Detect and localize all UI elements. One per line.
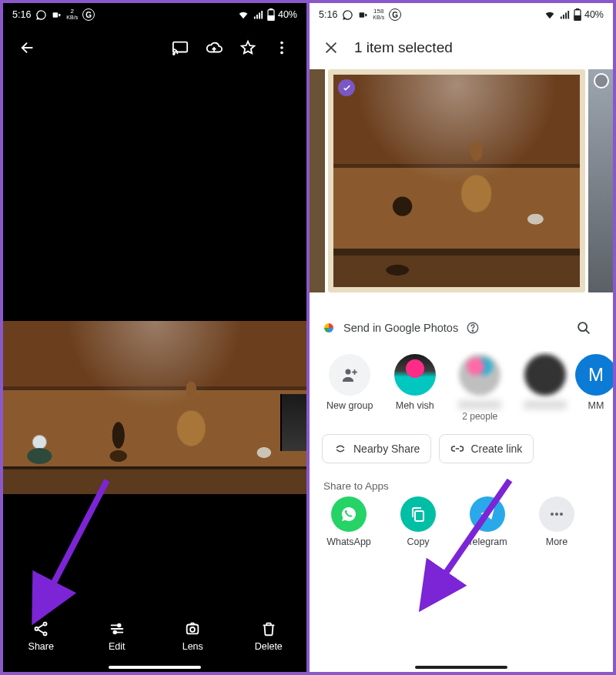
svg-point-14 (113, 630, 116, 633)
lens-button[interactable]: Lens (164, 620, 221, 652)
nav-pill[interactable] (415, 666, 507, 669)
network-speed: 158 KB/s (373, 8, 384, 21)
battery-icon (267, 8, 275, 21)
svg-point-25 (578, 322, 587, 331)
svg-point-29 (555, 513, 558, 516)
avatar (459, 354, 500, 396)
svg-rect-19 (366, 13, 367, 15)
svg-point-8 (280, 46, 283, 49)
apps-row: WhatsApp Copy Telegram (310, 495, 613, 558)
share-button[interactable]: Share (12, 620, 69, 652)
google-status-icon: G (389, 8, 401, 21)
svg-rect-4 (268, 16, 274, 21)
battery-percent: 40% (278, 9, 297, 20)
svg-rect-3 (270, 8, 272, 10)
contact-3[interactable] (516, 354, 575, 422)
selected-photo-thumb[interactable] (328, 69, 585, 292)
share-icon (32, 620, 49, 637)
app-telegram[interactable]: Telegram (453, 496, 522, 547)
prev-photo-thumb[interactable] (310, 69, 325, 292)
avatar (524, 354, 566, 396)
selection-thumbnails[interactable] (310, 69, 613, 292)
signal-icon (559, 9, 571, 21)
edit-icon (109, 620, 126, 637)
svg-point-11 (35, 627, 38, 630)
send-in-photos-row: Send in Google Photos (310, 300, 613, 351)
lens-icon (184, 620, 201, 637)
app-whatsapp[interactable]: WhatsApp (314, 496, 383, 547)
photo-viewer-screen: 5:16 2 KB/s G 40% (3, 3, 306, 672)
app-copy[interactable]: Copy (383, 496, 453, 547)
close-button[interactable] (314, 31, 348, 65)
svg-rect-1 (59, 13, 61, 15)
network-speed: 2 KB/s (66, 8, 78, 21)
selection-header: 1 item selected (310, 26, 613, 69)
link-icon (450, 442, 464, 456)
app-status-icon (52, 10, 62, 20)
contact-4[interactable]: M MM (581, 354, 611, 422)
photo-image (3, 321, 306, 494)
viewer-bottom-bar: Share Edit Lens Delete (3, 607, 306, 672)
whatsapp-status-icon (35, 9, 47, 21)
trash-icon (260, 620, 277, 637)
cast-button[interactable] (163, 31, 197, 65)
edit-button[interactable]: Edit (89, 620, 146, 652)
wifi-icon (544, 8, 556, 21)
share-sheet-screen: 5:16 158 KB/s G 40% 1 item selected (310, 3, 613, 672)
delete-button[interactable]: Delete (240, 620, 297, 652)
svg-point-9 (280, 52, 283, 55)
svg-point-7 (280, 42, 283, 45)
next-photo-thumb[interactable] (588, 69, 613, 292)
svg-rect-21 (576, 8, 578, 10)
app-status-icon (358, 10, 368, 20)
svg-point-26 (346, 369, 351, 375)
google-photos-icon (322, 321, 336, 335)
battery-icon (574, 8, 581, 21)
svg-point-13 (118, 623, 121, 627)
whatsapp-icon (331, 496, 367, 532)
svg-point-6 (173, 53, 175, 55)
telegram-icon (470, 496, 505, 532)
whatsapp-status-icon (342, 9, 353, 21)
avatar (394, 354, 436, 396)
signal-icon (253, 9, 264, 21)
cloud-backup-button[interactable] (197, 31, 231, 65)
svg-point-30 (560, 513, 563, 516)
status-time: 5:16 (12, 9, 31, 20)
share-to-apps-label: Share to Apps (310, 468, 613, 495)
contact-2[interactable]: 2 people (450, 354, 510, 422)
nav-pill[interactable] (109, 666, 201, 669)
avatar: M (575, 354, 613, 396)
svg-rect-18 (360, 12, 365, 18)
share-sheet: Send in Google Photos New group Meh vish (310, 292, 613, 672)
back-button[interactable] (11, 31, 45, 65)
selected-check-icon (338, 79, 355, 96)
nearby-share-chip[interactable]: Nearby Share (322, 434, 431, 463)
google-status-icon: G (82, 8, 95, 21)
status-bar: 5:16 2 KB/s G 40% (3, 3, 306, 26)
overflow-menu-button[interactable] (265, 31, 299, 65)
share-chips: Nearby Share Create link (310, 422, 613, 468)
new-group-button[interactable]: New group (320, 354, 380, 422)
photo-viewport[interactable] (3, 69, 306, 607)
status-bar: 5:16 158 KB/s G 40% (310, 3, 613, 26)
svg-point-16 (190, 627, 195, 631)
app-more[interactable]: More (522, 496, 591, 547)
svg-point-10 (44, 622, 47, 625)
battery-percent: 40% (584, 9, 604, 20)
unchecked-circle-icon (594, 73, 609, 89)
viewer-toolbar (3, 26, 306, 69)
nearby-share-icon (333, 442, 347, 456)
contact-1[interactable]: Meh vish (386, 354, 445, 422)
wifi-icon (237, 8, 249, 21)
status-time: 5:16 (319, 9, 337, 20)
favorite-button[interactable] (231, 31, 265, 65)
help-icon[interactable] (466, 321, 480, 335)
copy-icon (400, 496, 436, 532)
create-link-chip[interactable]: Create link (439, 434, 534, 463)
svg-point-28 (551, 513, 554, 516)
selection-title: 1 item selected (354, 39, 453, 56)
search-contacts-button[interactable] (567, 311, 601, 345)
more-icon (539, 496, 574, 532)
svg-rect-0 (53, 12, 59, 18)
